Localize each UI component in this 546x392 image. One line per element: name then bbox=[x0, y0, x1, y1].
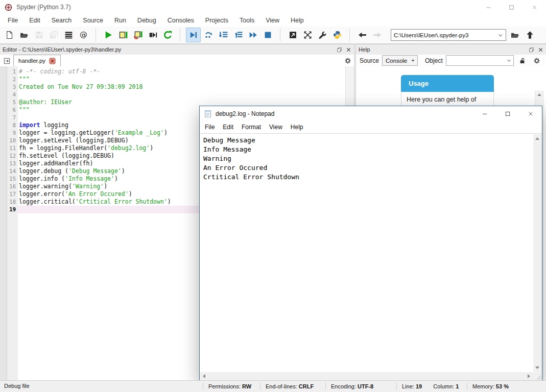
scroll-left-arrow-icon[interactable] bbox=[203, 374, 205, 378]
debug-file-button[interactable] bbox=[186, 28, 201, 42]
notepad-menu-edit[interactable]: Edit bbox=[219, 121, 238, 133]
editor-options-button[interactable] bbox=[342, 55, 354, 66]
menu-edit[interactable]: Edit bbox=[23, 14, 46, 27]
forward-icon bbox=[373, 31, 382, 39]
notepad-title-bar[interactable]: debug2.log - Notepad bbox=[200, 106, 542, 121]
back-button[interactable] bbox=[355, 28, 369, 42]
line-number: 6 bbox=[7, 106, 18, 114]
notepad-text-line: Crtitical Error Shutdown bbox=[203, 173, 533, 182]
scroll-down-arrow-icon[interactable] bbox=[535, 366, 539, 369]
spyder-logo-icon bbox=[5, 4, 12, 11]
line-number: 13 bbox=[7, 160, 18, 167]
spyder-main-window: Spyder (Python 3.7) FileEditSearchSource… bbox=[0, 0, 546, 392]
step-button[interactable] bbox=[202, 28, 216, 42]
menu-help[interactable]: Help bbox=[285, 14, 310, 27]
file-switcher-button[interactable] bbox=[62, 28, 76, 42]
fullscreen-icon bbox=[303, 31, 312, 39]
notepad-minimize-button[interactable] bbox=[473, 106, 496, 121]
editor-tab-bar: handler.py bbox=[0, 55, 354, 67]
notepad-menu-view[interactable]: View bbox=[265, 121, 287, 133]
working-directory-combo[interactable]: C:\Users\IEUser\.spyder-py3 bbox=[391, 29, 506, 41]
source-combo[interactable]: Console bbox=[382, 55, 418, 66]
stop-debug-button[interactable] bbox=[261, 28, 275, 42]
close-button[interactable] bbox=[523, 0, 546, 14]
run-file-button[interactable] bbox=[102, 28, 115, 42]
lock-button[interactable] bbox=[517, 56, 528, 66]
line-number: 16 bbox=[7, 183, 18, 190]
resize-grip[interactable] bbox=[533, 372, 542, 381]
status-item: Column: 1 bbox=[433, 383, 459, 389]
line-number: 14 bbox=[7, 167, 18, 175]
parent-dir-button[interactable] bbox=[523, 28, 537, 42]
back-icon bbox=[358, 31, 367, 39]
help-options-button[interactable] bbox=[531, 56, 542, 66]
python-path-button[interactable] bbox=[330, 28, 344, 42]
save-all-button[interactable] bbox=[47, 28, 61, 42]
maximize-pane-icon bbox=[289, 31, 297, 39]
menu-file[interactable]: File bbox=[2, 14, 23, 27]
menu-source[interactable]: Source bbox=[77, 14, 109, 27]
run-cell-icon bbox=[119, 31, 128, 39]
browse-tabs-button[interactable] bbox=[0, 55, 13, 66]
menu-view[interactable]: View bbox=[260, 14, 285, 27]
notepad-vertical-scrollbar[interactable] bbox=[533, 134, 542, 372]
menu-run[interactable]: Run bbox=[109, 14, 132, 27]
line-number: 3 bbox=[7, 83, 18, 91]
line-number: 19 bbox=[7, 206, 18, 213]
rerun-cell-button[interactable] bbox=[161, 28, 175, 42]
undock-icon[interactable] bbox=[337, 47, 342, 53]
line-number-gutter[interactable]: 12345678910111213141516171819 bbox=[7, 66, 18, 381]
undock-icon[interactable] bbox=[529, 47, 534, 53]
notepad-text-line: Warning bbox=[203, 154, 533, 163]
step-return-button[interactable] bbox=[231, 28, 245, 42]
notepad-menu-format[interactable]: Format bbox=[238, 121, 265, 133]
scroll-flag-area bbox=[0, 66, 7, 381]
scroll-right-arrow-icon[interactable] bbox=[528, 374, 530, 378]
notepad-text-area[interactable]: Debug MessageInfo MessageWarningAn Error… bbox=[200, 134, 533, 372]
notepad-menu-help[interactable]: Help bbox=[287, 121, 307, 133]
maximize-pane-button[interactable] bbox=[286, 28, 300, 42]
notepad-menu-file[interactable]: File bbox=[201, 121, 219, 133]
notepad-horizontal-scrollbar[interactable] bbox=[200, 372, 533, 381]
toolbar-separator bbox=[280, 29, 281, 41]
tab-close-icon[interactable] bbox=[49, 58, 56, 64]
run-cell-button[interactable] bbox=[116, 28, 130, 42]
open-dir-button[interactable] bbox=[508, 28, 522, 42]
object-combo[interactable] bbox=[446, 55, 514, 66]
preferences-icon bbox=[318, 31, 327, 39]
menu-projects[interactable]: Projects bbox=[200, 14, 234, 27]
maximize-button[interactable] bbox=[500, 0, 523, 14]
debug-file-icon bbox=[189, 31, 198, 39]
forward-button[interactable] bbox=[370, 28, 384, 42]
close-pane-icon[interactable] bbox=[538, 47, 543, 53]
symbol-finder-button[interactable]: @ bbox=[77, 28, 90, 42]
step-into-button[interactable] bbox=[217, 28, 230, 42]
preferences-button[interactable] bbox=[316, 28, 329, 42]
scroll-up-arrow-icon[interactable] bbox=[537, 93, 541, 96]
notepad-client-area: Debug MessageInfo MessageWarningAn Error… bbox=[200, 133, 542, 381]
continue-button[interactable] bbox=[246, 28, 260, 42]
python-path-icon bbox=[333, 31, 342, 39]
symbol-finder-icon: @ bbox=[79, 31, 88, 39]
run-selection-button[interactable] bbox=[146, 28, 160, 42]
status-group: Permissions: RW bbox=[208, 381, 251, 391]
notepad-text-line: Info Message bbox=[203, 145, 533, 154]
run-cell-advance-button[interactable] bbox=[131, 28, 145, 42]
menu-tools[interactable]: Tools bbox=[234, 14, 260, 27]
tab-handler-py[interactable]: handler.py bbox=[13, 55, 61, 67]
menu-search[interactable]: Search bbox=[46, 14, 78, 27]
source-combo-value: Console bbox=[383, 58, 410, 64]
svg-text:@: @ bbox=[80, 31, 87, 39]
save-button[interactable] bbox=[32, 28, 46, 42]
notepad-close-button[interactable] bbox=[519, 106, 542, 121]
open-file-button[interactable] bbox=[17, 28, 31, 42]
scroll-up-arrow-icon[interactable] bbox=[535, 137, 539, 140]
new-file-button[interactable] bbox=[3, 28, 16, 42]
minimize-button[interactable] bbox=[477, 0, 500, 14]
menu-consoles[interactable]: Consoles bbox=[162, 14, 200, 27]
lock-open-icon bbox=[519, 57, 526, 64]
notepad-maximize-button[interactable] bbox=[496, 106, 519, 121]
menu-debug[interactable]: Debug bbox=[132, 14, 162, 27]
fullscreen-button[interactable] bbox=[301, 28, 315, 42]
close-pane-icon[interactable] bbox=[346, 47, 351, 53]
